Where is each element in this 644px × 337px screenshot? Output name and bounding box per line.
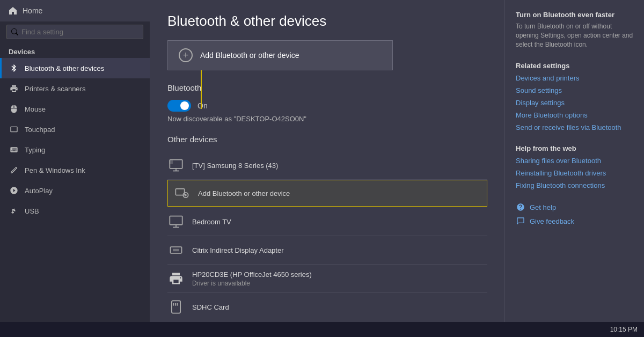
device-info: SDHC Card bbox=[192, 303, 229, 311]
annotation-container: + Add Bluetooth or other device bbox=[167, 40, 487, 70]
sidebar-home-label: Home bbox=[23, 6, 42, 15]
page-title: Bluetooth & other devices bbox=[167, 13, 487, 30]
bluetooth-toggle[interactable] bbox=[167, 100, 191, 112]
sidebar-item-usb[interactable]: USB bbox=[0, 201, 150, 221]
svg-rect-12 bbox=[173, 249, 179, 252]
list-item[interactable]: Citrix Indirect Display Adapter bbox=[167, 236, 487, 265]
sidebar-item-touchpad[interactable]: Touchpad bbox=[0, 119, 150, 140]
usb-icon bbox=[9, 206, 19, 216]
device-name: Bedroom TV bbox=[192, 218, 231, 226]
list-item[interactable]: Bedroom TV bbox=[167, 208, 487, 236]
sidebar-item-printers-label: Printers & scanners bbox=[25, 85, 85, 93]
taskbar-time: 10:15 PM bbox=[610, 326, 638, 333]
device-tv2-icon bbox=[167, 213, 185, 230]
get-help-label: Get help bbox=[530, 203, 556, 211]
mouse-icon bbox=[9, 104, 19, 114]
home-icon bbox=[9, 6, 17, 15]
link-devices-printers[interactable]: Devices and printers bbox=[516, 74, 633, 82]
sidebar-item-bluetooth-label: Bluetooth & other devices bbox=[25, 64, 104, 72]
search-input[interactable] bbox=[21, 28, 138, 36]
sidebar-item-autoplay-label: AutoPlay bbox=[25, 187, 53, 195]
sidebar-item-mouse-label: Mouse bbox=[25, 105, 46, 113]
device-sd-icon bbox=[167, 298, 185, 316]
device-add-icon bbox=[173, 185, 191, 202]
sidebar-item-touchpad-label: Touchpad bbox=[25, 126, 55, 134]
link-display-settings[interactable]: Display settings bbox=[516, 99, 633, 107]
sidebar-item-usb-label: USB bbox=[25, 207, 39, 215]
link-send-receive-files[interactable]: Send or receive files via Bluetooth bbox=[516, 123, 633, 131]
add-device-label: Add Bluetooth or other device bbox=[200, 51, 299, 60]
sidebar-item-printers[interactable]: Printers & scanners bbox=[0, 78, 150, 99]
link-sharing-files[interactable]: Sharing files over Bluetooth bbox=[516, 157, 633, 165]
svg-rect-13 bbox=[172, 301, 180, 313]
touchpad-icon bbox=[9, 124, 19, 135]
list-item[interactable]: SDHC Card bbox=[167, 293, 487, 321]
device-name: SDHC Card bbox=[192, 303, 229, 311]
devices-section-label: Devices bbox=[0, 45, 150, 58]
sidebar-item-pen-label: Pen & Windows Ink bbox=[25, 166, 85, 174]
sidebar: Home Devices Bluetooth & other devices P… bbox=[0, 0, 150, 337]
typing-icon bbox=[9, 144, 19, 155]
toggle-row: On bbox=[167, 100, 487, 112]
feedback-icon bbox=[516, 216, 525, 226]
feedback-label: Give feedback bbox=[530, 217, 574, 225]
device-name: Citrix Indirect Display Adapter bbox=[192, 246, 284, 254]
sidebar-item-pen[interactable]: Pen & Windows Ink bbox=[0, 160, 150, 180]
help-section: Help from the web Sharing files over Blu… bbox=[516, 144, 633, 189]
device-sub: Driver is unavailable bbox=[192, 280, 312, 287]
printer-icon bbox=[9, 83, 19, 94]
svg-rect-8 bbox=[170, 216, 182, 225]
toggle-knob bbox=[180, 101, 189, 110]
device-name: Add Bluetooth or other device bbox=[198, 189, 290, 197]
device-name: [TV] Samsung 8 Series (43) bbox=[192, 162, 278, 170]
device-info: Citrix Indirect Display Adapter bbox=[192, 246, 284, 254]
list-item[interactable]: HP20CD3E (HP OfficeJet 4650 series) Driv… bbox=[167, 265, 487, 293]
tip-desc: To turn Bluetooth on or off without open… bbox=[516, 22, 633, 49]
main-content: Bluetooth & other devices + Add Bluetoot… bbox=[150, 0, 504, 337]
annotation-line bbox=[201, 70, 202, 109]
link-reinstalling-drivers[interactable]: Reinstalling Bluetooth drivers bbox=[516, 169, 633, 177]
right-panel: Turn on Bluetooth even faster To turn Bl… bbox=[504, 0, 644, 337]
search-icon bbox=[11, 28, 18, 35]
device-printer-icon bbox=[167, 270, 185, 287]
sidebar-item-typing-label: Typing bbox=[25, 146, 45, 154]
device-name: HP20CD3E (HP OfficeJet 4650 series) bbox=[192, 270, 312, 279]
taskbar: 10:15 PM bbox=[0, 322, 644, 337]
bluetooth-section: Bluetooth On bbox=[167, 83, 487, 112]
device-info: [TV] Samsung 8 Series (43) bbox=[192, 162, 278, 170]
link-bluetooth-options[interactable]: More Bluetooth options bbox=[516, 111, 633, 119]
device-info: HP20CD3E (HP OfficeJet 4650 series) Driv… bbox=[192, 270, 312, 287]
add-device-button[interactable]: + Add Bluetooth or other device bbox=[167, 40, 393, 70]
related-section: Related settings Devices and printers So… bbox=[516, 62, 633, 131]
autoplay-icon bbox=[9, 185, 19, 196]
help-title: Help from the web bbox=[516, 144, 633, 152]
related-title: Related settings bbox=[516, 62, 633, 70]
list-item[interactable]: Add Bluetooth or other device bbox=[167, 180, 487, 207]
discoverable-text: Now discoverable as "DESKTOP-O42SO0N" bbox=[167, 115, 487, 123]
sidebar-item-typing[interactable]: Typing bbox=[0, 140, 150, 160]
bluetooth-icon bbox=[9, 63, 19, 74]
device-info: Bedroom TV bbox=[192, 218, 231, 226]
search-box[interactable] bbox=[6, 25, 143, 39]
sidebar-item-mouse[interactable]: Mouse bbox=[0, 99, 150, 119]
sidebar-home-button[interactable]: Home bbox=[0, 0, 150, 21]
feedback-row[interactable]: Give feedback bbox=[516, 216, 633, 226]
toggle-label: On bbox=[197, 101, 208, 110]
list-item[interactable]: [TV] Samsung 8 Series (43) bbox=[167, 151, 487, 180]
tip-section: Turn on Bluetooth even faster To turn Bl… bbox=[516, 11, 633, 49]
pen-icon bbox=[9, 165, 19, 175]
get-help-row[interactable]: Get help bbox=[516, 202, 633, 212]
link-fixing-connections[interactable]: Fixing Bluetooth connections bbox=[516, 181, 633, 189]
plus-icon: + bbox=[179, 48, 193, 62]
device-adapter-icon bbox=[167, 241, 185, 259]
svg-rect-1 bbox=[169, 160, 173, 164]
get-help-icon bbox=[516, 202, 525, 212]
device-info: Add Bluetooth or other device bbox=[198, 189, 290, 197]
device-list: [TV] Samsung 8 Series (43) Add Bluetooth… bbox=[167, 151, 487, 321]
sidebar-item-autoplay[interactable]: AutoPlay bbox=[0, 180, 150, 201]
sidebar-item-bluetooth[interactable]: Bluetooth & other devices bbox=[0, 58, 150, 78]
other-devices-heading: Other devices bbox=[167, 135, 487, 144]
link-sound-settings[interactable]: Sound settings bbox=[516, 86, 633, 94]
bluetooth-heading: Bluetooth bbox=[167, 83, 487, 92]
tip-title: Turn on Bluetooth even faster bbox=[516, 11, 633, 19]
